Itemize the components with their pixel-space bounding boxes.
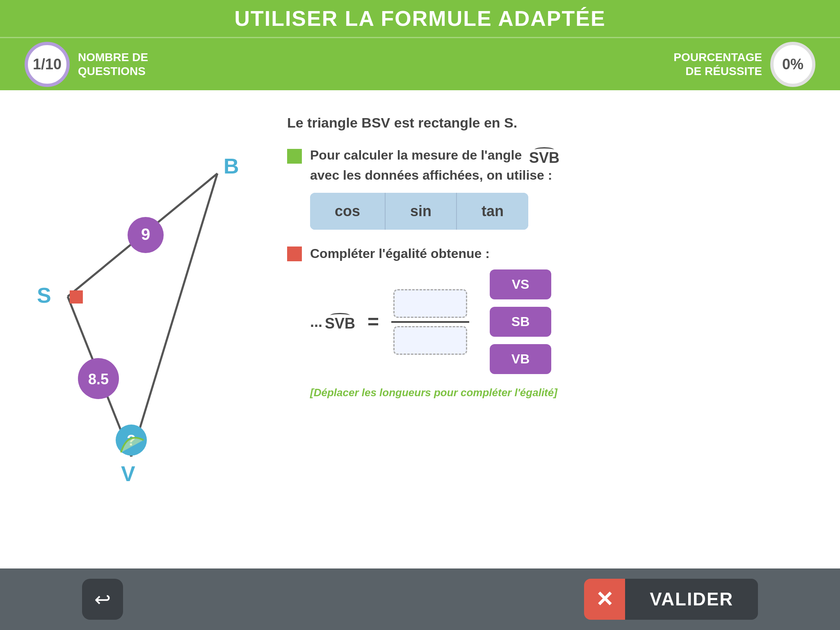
question-counter: 1/10 NOMBRE DE QUESTIONS [25, 42, 148, 87]
bottom-bar: ↩ ✕ VALIDER [0, 568, 840, 630]
cancel-icon: ✕ [596, 587, 614, 612]
vertex-B-label: B [224, 154, 239, 178]
question1-section: Pour calculer la mesure de l'angle SVB a… [287, 147, 807, 230]
question-circle: 1/10 [25, 42, 70, 87]
vertex-S-label: S [37, 283, 51, 307]
trig-buttons: cos sin tan [310, 193, 528, 230]
stats-bar: 1/10 NOMBRE DE QUESTIONS POURCENTAGE DE … [0, 37, 840, 90]
red-square-icon [287, 247, 302, 261]
angle-SVB: SVB [529, 147, 559, 165]
triangle-svg: B S V 9 8.5 ? [0, 90, 254, 568]
equals-sign: = [368, 310, 379, 333]
validate-group: ✕ VALIDER [584, 579, 758, 620]
side-SV-label: 8.5 [88, 371, 109, 388]
percentage-counter: POURCENTAGE DE RÉUSSITE 0% [673, 42, 815, 87]
vs-button[interactable]: VS [490, 269, 551, 299]
fraction-container [391, 289, 469, 355]
question1-text: Pour calculer la mesure de l'angle SVB [310, 147, 559, 165]
cancel-button[interactable]: ✕ [584, 579, 625, 620]
vertex-V-label: V [121, 462, 135, 486]
question-label: NOMBRE DE QUESTIONS [78, 50, 148, 78]
question2-row: Compléter l'égalité obtenue : [287, 246, 807, 261]
question1-row: Pour calculer la mesure de l'angle SVB [287, 147, 807, 165]
svg-line-1 [131, 173, 217, 457]
tan-button[interactable]: tan [457, 193, 528, 230]
main-content: B S V 9 8.5 ? Le triangle BSV est rectan… [0, 90, 840, 568]
sb-button[interactable]: SB [490, 307, 551, 337]
question1-suffix: avec les données affichées, on utilise : [287, 168, 807, 183]
right-panel: Le triangle BSV est rectangle en S. Pour… [254, 90, 840, 568]
right-angle-marker [70, 290, 83, 304]
numerator-box[interactable] [393, 289, 467, 318]
cos-button[interactable]: cos [310, 193, 386, 230]
triangle-description: Le triangle BSV est rectangle en S. [287, 115, 807, 131]
hint-text: [Déplacer les longueurs pour compléter l… [310, 386, 807, 399]
denominator-box[interactable] [393, 326, 467, 355]
back-button[interactable]: ↩ [82, 579, 123, 620]
percentage-label: POURCENTAGE DE RÉUSSITE [673, 50, 762, 78]
question-count: 1/10 [33, 56, 62, 73]
vb-button[interactable]: VB [490, 344, 551, 374]
green-square-icon [287, 149, 302, 164]
question2-section: Compléter l'égalité obtenue : ... SVB = [287, 246, 807, 399]
triangle-panel: B S V 9 8.5 ? [0, 90, 254, 568]
percentage-circle: 0% [770, 42, 815, 87]
question2-text: Compléter l'égalité obtenue : [310, 246, 490, 261]
sin-button[interactable]: sin [386, 193, 457, 230]
validate-label: VALIDER [650, 589, 733, 609]
answer-options: VS SB VB [490, 269, 551, 374]
page-header: UTILISER LA FORMULE ADAPTÉE [0, 0, 840, 37]
validate-button[interactable]: VALIDER [625, 579, 758, 620]
side-BS-label: 9 [141, 225, 150, 243]
svb-with-arc: SVB [325, 313, 355, 331]
page-title: UTILISER LA FORMULE ADAPTÉE [234, 6, 605, 31]
svb-label: ... SVB [310, 313, 355, 331]
back-icon: ↩ [94, 588, 111, 611]
percentage-value: 0% [782, 56, 803, 73]
equality-section: ... SVB = VS SB VB [310, 269, 807, 374]
fraction-line [391, 321, 469, 323]
